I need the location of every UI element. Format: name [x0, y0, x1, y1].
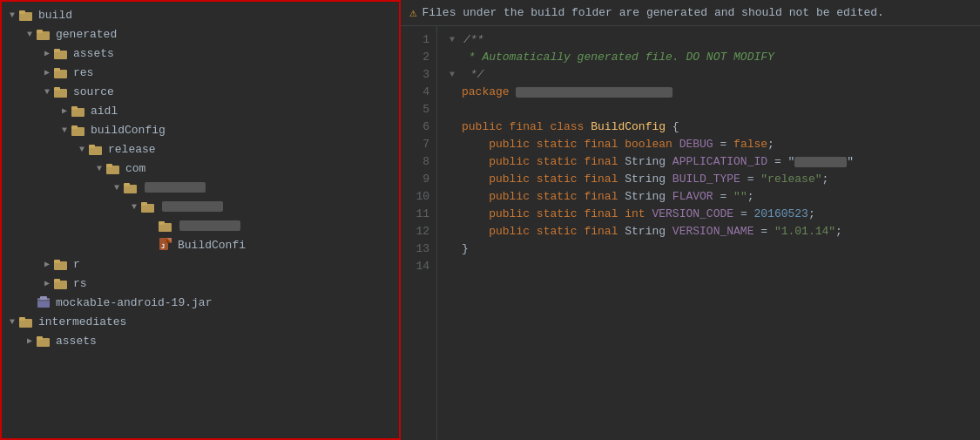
tree-item-mockable[interactable]: mockable-android-19.jar: [2, 293, 399, 312]
tree-arrow-blurred1: [110, 183, 124, 193]
tree-item-blurred2[interactable]: [2, 197, 399, 216]
code-line-10: public static final String FLAVOR = "";: [449, 188, 980, 206]
tree-item-source[interactable]: source: [2, 82, 399, 101]
code-line-11: public static final int VERSION_CODE = 2…: [449, 206, 980, 223]
tree-arrow-com: [92, 164, 106, 173]
tree-item-BuildConfig[interactable]: J BuildConfi: [2, 235, 399, 254]
tree-arrow-res: [40, 67, 54, 78]
folder-icon-source: [54, 85, 68, 98]
svg-rect-7: [54, 68, 60, 71]
tree-label-build: build: [38, 9, 72, 22]
line-number-14: 14: [401, 258, 429, 275]
folder-icon-res: [54, 66, 68, 78]
tree-item-intermediates[interactable]: intermediates: [2, 312, 399, 331]
tree-arrow-aidl: [57, 105, 71, 116]
jar-icon-mockable: [37, 295, 51, 309]
line-number-5: 5: [401, 101, 429, 118]
tree-item-r[interactable]: r: [2, 254, 399, 274]
folder-icon-generated: [37, 28, 51, 40]
tree-item-release[interactable]: release: [2, 139, 399, 159]
fold-arrow-1[interactable]: ▼: [449, 31, 460, 49]
line-number-9: 9: [401, 171, 429, 188]
tree-arrow-release: [75, 145, 89, 154]
code-area: 1234567891011121314 ▼ /** * Automaticall…: [401, 26, 980, 440]
folder-icon-assets2: [37, 335, 51, 347]
tree-label-rs: rs: [73, 277, 87, 290]
line-number-4: 4: [401, 84, 429, 101]
tree-label-blurred2: [160, 200, 225, 213]
svg-rect-33: [40, 296, 47, 300]
tree-label-generated: generated: [56, 28, 117, 41]
line-number-1: 1: [401, 31, 429, 49]
tree-arrow-buildConfig: [57, 125, 71, 135]
code-panel: ⚠ Files under the build folder are gener…: [401, 0, 980, 440]
tree-arrow-r: [40, 259, 54, 269]
line-number-3: 3: [401, 66, 429, 84]
tree-arrow-assets2: [23, 335, 37, 346]
tree-label-res: res: [73, 66, 93, 79]
code-content[interactable]: ▼ /** * Automatically generated file. DO…: [437, 26, 980, 440]
folder-icon-assets: [54, 47, 68, 59]
file-tree-panel: build generated assets res source aidl b…: [0, 0, 401, 440]
svg-rect-17: [106, 164, 112, 167]
folder-icon-r: [54, 258, 68, 270]
tree-item-build[interactable]: build: [2, 5, 399, 24]
svg-rect-1: [19, 10, 25, 14]
tree-arrow-blurred2: [127, 202, 141, 212]
tree-item-blurred3[interactable]: [2, 216, 399, 235]
tree-item-blurred1[interactable]: [2, 178, 399, 197]
code-line-2: * Automatically generated file. DO NOT M…: [449, 49, 980, 66]
svg-rect-19: [124, 183, 130, 186]
svg-rect-11: [71, 106, 78, 110]
info-bar: ⚠ Files under the build folder are gener…: [401, 0, 980, 26]
tree-label-com: com: [125, 162, 145, 175]
tree-label-source: source: [73, 85, 114, 98]
tree-item-assets2[interactable]: assets: [2, 331, 399, 350]
tree-label-blurred3: [178, 220, 242, 233]
line-number-13: 13: [401, 240, 429, 258]
svg-rect-5: [54, 49, 60, 52]
tree-item-com[interactable]: com: [2, 159, 399, 178]
line-numbers: 1234567891011121314: [401, 26, 437, 440]
code-line-12: public static final String VERSION_NAME …: [449, 223, 980, 240]
svg-rect-38: [37, 336, 43, 340]
tree-arrow-generated: [23, 30, 37, 39]
folder-icon-blurred2: [141, 200, 155, 213]
tree-arrow-build: [5, 10, 19, 20]
svg-rect-21: [141, 202, 147, 206]
tree-container[interactable]: build generated assets res source aidl b…: [2, 2, 399, 438]
tree-item-res[interactable]: res: [2, 63, 399, 82]
tree-item-rs[interactable]: rs: [2, 274, 399, 293]
tree-label-intermediates: intermediates: [38, 315, 126, 328]
info-bar-text: Files under the build folder are generat…: [422, 6, 884, 19]
svg-rect-36: [19, 317, 25, 321]
code-line-6: public final class BuildConfig {: [449, 118, 980, 136]
svg-rect-31: [54, 279, 60, 282]
line-number-7: 7: [401, 136, 429, 153]
svg-rect-3: [37, 30, 43, 33]
svg-text:J: J: [161, 243, 165, 250]
tree-item-aidl[interactable]: aidl: [2, 101, 399, 120]
tree-item-generated[interactable]: generated: [2, 24, 399, 44]
line-number-12: 12: [401, 223, 429, 240]
folder-icon-release: [89, 143, 103, 155]
code-line-9: public static final String BUILD_TYPE = …: [449, 171, 980, 188]
tree-item-assets[interactable]: assets: [2, 44, 399, 63]
line-number-8: 8: [401, 153, 429, 171]
tree-label-assets: assets: [73, 47, 114, 60]
svg-rect-23: [159, 221, 165, 225]
fold-arrow-3[interactable]: ▼: [449, 66, 460, 84]
folder-icon-rs: [54, 277, 68, 289]
tree-item-buildConfig[interactable]: buildConfig: [2, 120, 399, 139]
folder-icon-com: [106, 162, 120, 174]
tree-label-release: release: [108, 143, 156, 156]
tree-label-buildConfig: buildConfig: [91, 124, 166, 137]
tree-arrow-source: [40, 87, 54, 97]
code-line-5: [449, 101, 980, 118]
code-line-1: ▼ /**: [449, 31, 980, 49]
tree-label-assets2: assets: [56, 335, 97, 348]
tree-arrow-intermediates: [5, 317, 19, 327]
line-number-2: 2: [401, 49, 429, 66]
line-number-11: 11: [401, 206, 429, 223]
line-number-10: 10: [401, 188, 429, 206]
